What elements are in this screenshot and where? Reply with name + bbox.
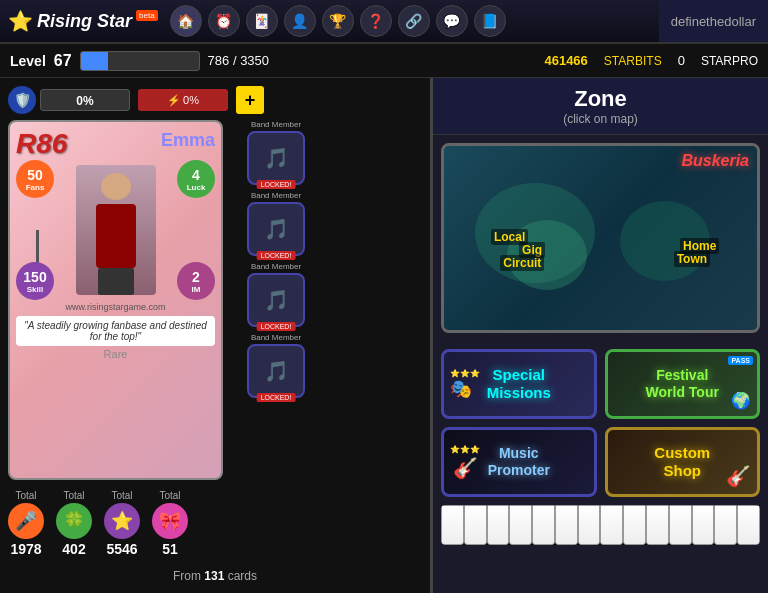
circuit-label: Circuit xyxy=(500,255,544,271)
timer-icon[interactable]: ⏰ xyxy=(208,5,240,37)
total-skill: Total ⭐ 5546 xyxy=(104,490,140,557)
skill-num: 150 xyxy=(23,269,46,285)
band-icon-2[interactable]: 🎵 xyxy=(247,202,305,256)
locked-badge-1: LOCKED! xyxy=(257,180,296,189)
nav-icons: 🏠 ⏰ 🃏 👤 🏆 ❓ 🔗 💬 📘 xyxy=(170,5,506,37)
total-skill-label: Total xyxy=(111,490,132,501)
total-skill-icon: ⭐ xyxy=(104,503,140,539)
music-promoter-label: MusicPromoter xyxy=(488,445,550,479)
total-luck-label: Total xyxy=(63,490,84,501)
band-icon-3[interactable]: 🎵 xyxy=(247,273,305,327)
zone-header: Zone (click on map) xyxy=(433,78,768,135)
piano-key-13 xyxy=(714,505,737,545)
username-display[interactable]: definethedollar xyxy=(659,0,768,42)
fans-stat: 50 Fans xyxy=(16,160,54,198)
link-icon[interactable]: 🔗 xyxy=(398,5,430,37)
piano-key-6 xyxy=(555,505,578,545)
totals-row: Total 🎤 1978 Total 🍀 402 Total ⭐ 5546 To… xyxy=(8,486,422,561)
band-slot-2: Band Member 🎵 LOCKED! xyxy=(231,191,321,256)
char-body xyxy=(96,204,136,268)
total-im-icon: 🎀 xyxy=(152,503,188,539)
piano-key-14 xyxy=(737,505,760,545)
right-panel: Zone (click on map) Buskeria Local Gig C… xyxy=(430,78,768,593)
top-navigation: ⭐ Rising Star beta 🏠 ⏰ 🃏 👤 🏆 ❓ 🔗 💬 📘 def… xyxy=(0,0,768,44)
piano-key-4 xyxy=(509,505,532,545)
total-luck-num: 402 xyxy=(62,541,85,557)
energy-pct-1: 0% xyxy=(41,90,129,112)
logo-area: ⭐ Rising Star beta xyxy=(0,9,166,33)
custom-shop-label: CustomShop xyxy=(654,444,710,480)
card-rarity: Rare xyxy=(16,348,215,360)
facebook-icon[interactable]: 📘 xyxy=(474,5,506,37)
total-fans: Total 🎤 1978 xyxy=(8,490,44,557)
level-bar: Level 67 786 / 3350 461466 STARBITS 0 ST… xyxy=(0,44,768,78)
xp-bar xyxy=(80,51,200,71)
from-cards-text: From 131 cards xyxy=(8,567,422,585)
total-im-label: Total xyxy=(159,490,180,501)
band-icon-wrap-2: 🎵 LOCKED! xyxy=(247,202,305,256)
xp-bar-fill xyxy=(81,52,108,70)
total-im-num: 51 xyxy=(162,541,178,557)
im-num: 2 xyxy=(192,269,200,285)
energy-bar-bg-1: 0% xyxy=(40,89,130,111)
help-icon[interactable]: ❓ xyxy=(360,5,392,37)
music-promoter-button[interactable]: ⭐⭐⭐ 🎸 MusicPromoter xyxy=(441,427,597,497)
band-icon-wrap-3: 🎵 LOCKED! xyxy=(247,273,305,327)
discord-icon[interactable]: 💬 xyxy=(436,5,468,37)
piano-key-12 xyxy=(692,505,715,545)
festival-world-tour-label: FestivalWorld Tour xyxy=(646,367,719,401)
plus-button[interactable]: + xyxy=(236,86,264,114)
locked-badge-4: LOCKED! xyxy=(257,393,296,402)
card-character xyxy=(76,165,156,295)
piano-key-5 xyxy=(532,505,555,545)
piano-key-9 xyxy=(623,505,646,545)
band-label-2: Band Member xyxy=(251,191,301,200)
starpro-value: 0 xyxy=(678,53,685,68)
skill-lbl: Skill xyxy=(27,285,43,294)
home-icon[interactable]: 🏠 xyxy=(170,5,202,37)
card-image-area: 50 Fans 4 Luck 150 Skill xyxy=(16,160,215,300)
star-icon: ⭐ xyxy=(8,9,33,33)
energy-bars: 🛡️ 0% ⚡ 0% + xyxy=(8,86,422,114)
locked-badge-2: LOCKED! xyxy=(257,251,296,260)
band-slot-4: Band Member 🎵 LOCKED! xyxy=(231,333,321,398)
fans-num: 50 xyxy=(27,167,43,183)
thunder-icon-sym: ⚡ xyxy=(167,94,181,107)
card-url: www.risingstargame.com xyxy=(16,302,215,312)
total-luck-icon: 🍀 xyxy=(56,503,92,539)
cards-icon[interactable]: 🃏 xyxy=(246,5,278,37)
town-label: Town xyxy=(674,251,710,267)
piano-area xyxy=(441,505,760,545)
festival-world-tour-button[interactable]: PASS FestivalWorld Tour 🌍 xyxy=(605,349,761,419)
piano-keys xyxy=(441,505,760,545)
card-quote: "A steadily growing fanbase and destined… xyxy=(16,316,215,346)
map-area[interactable]: Buskeria Local Gig Circuit Home Town xyxy=(441,143,760,333)
luck-num: 4 xyxy=(192,167,200,183)
band-members-panel: Band Member 🎵 LOCKED! Band Member 🎵 LOCK… xyxy=(231,120,321,480)
band-label-1: Band Member xyxy=(251,120,301,129)
band-icon-wrap-4: 🎵 LOCKED! xyxy=(247,344,305,398)
band-slot-1: Band Member 🎵 LOCKED! xyxy=(231,120,321,185)
special-missions-button[interactable]: ⭐⭐⭐ 🎭 SpecialMissions xyxy=(441,349,597,419)
custom-shop-button[interactable]: CustomShop 🎸 xyxy=(605,427,761,497)
skill-stat: 150 Skill xyxy=(16,262,54,300)
band-icon-wrap-1: 🎵 LOCKED! xyxy=(247,131,305,185)
energy-pct-2: 0% xyxy=(183,94,199,106)
band-slot-3: Band Member 🎵 LOCKED! xyxy=(231,262,321,327)
trophy-icon[interactable]: 🏆 xyxy=(322,5,354,37)
starbits-label: STARBITS xyxy=(604,54,662,68)
piano-key-11 xyxy=(669,505,692,545)
beta-badge: beta xyxy=(136,10,158,21)
energy-bar-2: ⚡ 0% xyxy=(138,89,228,111)
band-icon-1[interactable]: 🎵 xyxy=(247,131,305,185)
pass-badge: PASS xyxy=(728,356,753,365)
profile-icon[interactable]: 👤 xyxy=(284,5,316,37)
total-label: Total xyxy=(15,490,36,501)
total-im: Total 🎀 51 xyxy=(152,490,188,557)
xp-display: 786 / 3350 xyxy=(208,53,269,68)
total-fans-num: 1978 xyxy=(10,541,41,557)
card-rank: R86 xyxy=(16,128,67,160)
band-icon-4[interactable]: 🎵 xyxy=(247,344,305,398)
character-card[interactable]: R86 Emma 50 Fans 4 Luck xyxy=(8,120,223,480)
total-luck: Total 🍀 402 xyxy=(56,490,92,557)
